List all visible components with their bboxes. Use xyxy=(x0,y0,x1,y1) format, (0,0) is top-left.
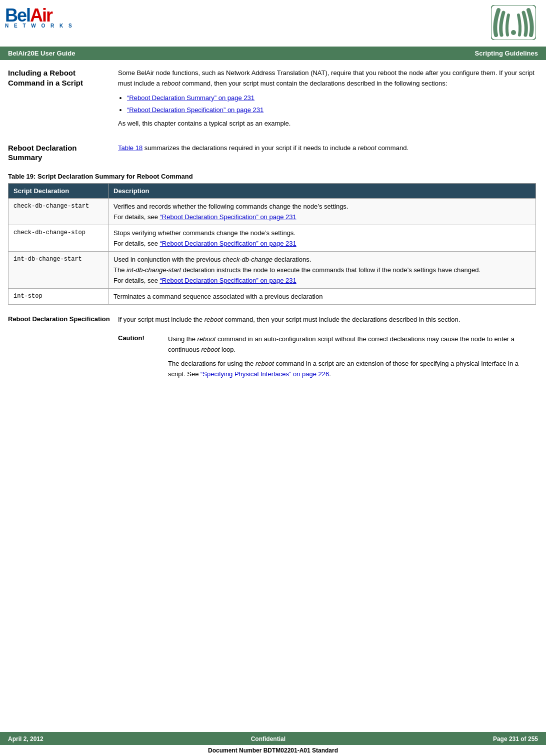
table-row: int-db-change-start Used in conjunction … xyxy=(8,251,536,288)
caution-row: Caution! Using the reboot command in an … xyxy=(8,334,536,384)
page-header: BelAir N E T W O R K S xyxy=(0,0,546,47)
logo-networks: N E T W O R K S xyxy=(5,23,74,29)
main-content: Including a Reboot Command in a Script S… xyxy=(0,60,546,397)
nav-bar: BelAir20E User Guide Scripting Guideline… xyxy=(0,47,546,60)
section-including: Including a Reboot Command in a Script S… xyxy=(8,68,536,133)
logo-area: BelAir N E T W O R K S xyxy=(5,5,74,29)
table-cell-declaration: int-db-change-start xyxy=(8,251,108,288)
section-spec: Reboot Declaration Specification If your… xyxy=(8,315,536,329)
table-header-description: Description xyxy=(108,183,536,198)
link-spec-row2[interactable]: “Reboot Declaration Specification” on pa… xyxy=(160,240,296,247)
table-cell-declaration: check-db-change-stop xyxy=(8,225,108,251)
header-logo-right xyxy=(491,5,536,42)
table-row: check-db-change-start Verifies and recor… xyxy=(8,198,536,225)
page-footer: April 2, 2012 Confidential Page 231 of 2… xyxy=(0,732,546,756)
section-spec-content: If your script must include the reboot c… xyxy=(118,315,536,329)
caution-content: Using the reboot command in an auto-conf… xyxy=(168,334,536,384)
svg-point-0 xyxy=(511,30,516,35)
nav-left: BelAir20E User Guide xyxy=(8,50,75,57)
caution-label: Caution! xyxy=(118,334,168,384)
section-including-links: “Reboot Declaration Summary” on page 231… xyxy=(127,93,536,116)
table-cell-description: Used in conjunction with the previous ch… xyxy=(108,251,536,288)
table-cell-description: Verifies and records whether the followi… xyxy=(108,198,536,225)
table-cell-description: Stops verifying whether commands change … xyxy=(108,225,536,251)
table-cell-declaration: check-db-change-start xyxy=(8,198,108,225)
section-spec-label: Reboot Declaration Specification xyxy=(8,315,118,329)
link-reboot-summary[interactable]: “Reboot Declaration Summary” on page 231 xyxy=(127,94,254,102)
footer-date: April 2, 2012 xyxy=(8,735,44,742)
section-including-closing: As well, this chapter contains a typical… xyxy=(118,119,536,129)
table-cell-description: Terminates a command sequence associated… xyxy=(108,288,536,304)
table-cell-declaration: int-stop xyxy=(8,288,108,304)
footer-page: Page 231 of 255 xyxy=(493,735,538,742)
link-specifying-physical[interactable]: “Specifying Physical Interfaces” on page… xyxy=(200,370,329,378)
section-summary-label: Reboot Declaration Summary xyxy=(8,143,118,163)
table-row: check-db-change-stop Stops verifying whe… xyxy=(8,225,536,251)
link-table18[interactable]: Table 18 xyxy=(118,144,142,152)
section-including-content: Some BelAir node functions, such as Netw… xyxy=(118,68,536,133)
footer-doc-number: Document Number BDTM02201-A01 Standard xyxy=(0,745,546,756)
link-reboot-spec[interactable]: “Reboot Declaration Specification” on pa… xyxy=(127,106,264,114)
table-title: Table 19: Script Declaration Summary for… xyxy=(8,173,536,180)
footer-bar: April 2, 2012 Confidential Page 231 of 2… xyxy=(0,733,546,745)
link-spec-row1[interactable]: “Reboot Declaration Specification” on pa… xyxy=(160,213,296,221)
section-summary-text: Table 18 summarizes the declarations req… xyxy=(118,143,536,154)
nav-right: Scripting Guidelines xyxy=(475,50,538,57)
table-row: int-stop Terminates a command sequence a… xyxy=(8,288,536,304)
section-summary-content: Table 18 summarizes the declarations req… xyxy=(118,143,536,163)
declaration-table: Script Declaration Description check-db-… xyxy=(8,183,536,305)
footer-confidential: Confidential xyxy=(251,735,286,742)
section-summary: Reboot Declaration Summary Table 18 summ… xyxy=(8,143,536,163)
table-header-declaration: Script Declaration xyxy=(8,183,108,198)
link-spec-row3[interactable]: “Reboot Declaration Specification” on pa… xyxy=(160,277,296,284)
section-including-label: Including a Reboot Command in a Script xyxy=(8,68,118,133)
section-including-intro: Some BelAir node functions, such as Netw… xyxy=(118,68,536,89)
